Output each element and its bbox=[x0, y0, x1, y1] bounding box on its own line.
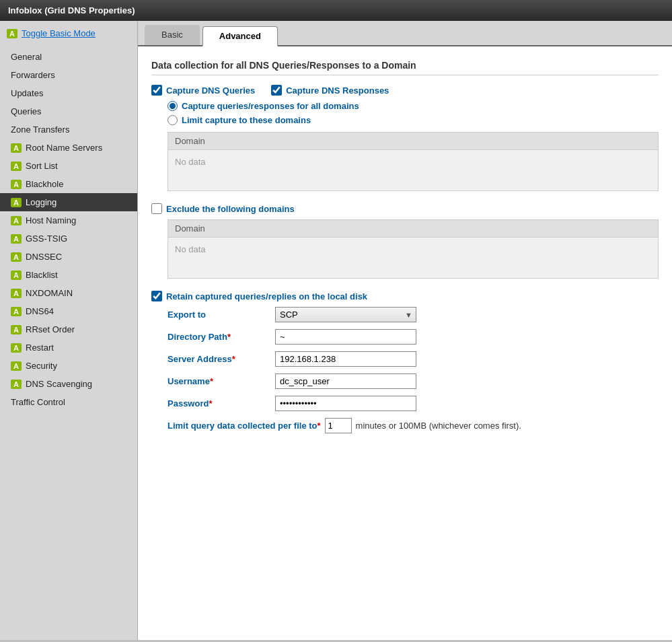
sidebar-label-gss-tsig: GSS-TSIG bbox=[26, 234, 67, 244]
capture-responses-checkbox[interactable] bbox=[271, 85, 282, 96]
sidebar-item-general[interactable]: General bbox=[0, 48, 137, 66]
sidebar-label-general: General bbox=[11, 52, 42, 62]
sidebar-badge-restart: A bbox=[11, 343, 22, 353]
sidebar-badge-nxdomain: A bbox=[11, 289, 22, 298]
capture-checkboxes-row: Capture DNS Queries Capture DNS Response… bbox=[151, 85, 659, 96]
sidebar-label-updates: Updates bbox=[11, 88, 43, 98]
password-label: Password* bbox=[167, 398, 275, 408]
sidebar-item-logging[interactable]: ALogging bbox=[0, 193, 137, 211]
retain-section: Retain captured queries/replies on the l… bbox=[151, 291, 659, 433]
limit-query-required: * bbox=[318, 421, 321, 431]
sidebar-badge-rrset-order: A bbox=[11, 325, 22, 334]
sidebar-badge-logging: A bbox=[11, 198, 22, 207]
sidebar-item-zone-transfers[interactable]: Zone Transfers bbox=[0, 120, 137, 139]
username-input[interactable] bbox=[275, 373, 416, 389]
sidebar-item-dns64[interactable]: ADNS64 bbox=[0, 302, 137, 320]
capture-responses-label: Capture DNS Responses bbox=[286, 85, 389, 96]
sidebar-item-security[interactable]: ASecurity bbox=[0, 357, 137, 375]
sidebar-label-restart: Restart bbox=[26, 343, 54, 353]
sidebar-badge-dns64: A bbox=[11, 307, 22, 316]
sidebar-item-blacklist[interactable]: ABlacklist bbox=[0, 266, 137, 284]
sidebar-badge-sort-list: A bbox=[11, 162, 22, 171]
sidebar-item-root-name-servers[interactable]: ARoot Name Servers bbox=[0, 139, 137, 157]
toggle-basic-mode-row: A Toggle Basic Mode bbox=[0, 24, 137, 42]
sidebar-label-security: Security bbox=[26, 361, 57, 371]
directory-path-required: * bbox=[227, 332, 231, 342]
toggle-basic-mode-link[interactable]: Toggle Basic Mode bbox=[22, 28, 96, 38]
capture-all-label: Capture queries/responses for all domain… bbox=[182, 101, 359, 111]
sidebar-label-dns-scavenging: DNS Scavenging bbox=[26, 379, 92, 389]
sidebar-label-nxdomain: NXDOMAIN bbox=[26, 288, 73, 298]
retain-checkbox-row: Retain captured queries/replies on the l… bbox=[151, 291, 659, 301]
password-input[interactable] bbox=[275, 396, 416, 411]
sidebar-badge-security: A bbox=[11, 361, 22, 371]
no-data-text-2: No data bbox=[175, 244, 206, 254]
radio-limit-domains-row: Limit capture to these domains bbox=[167, 115, 659, 125]
username-row: Username* bbox=[167, 373, 659, 389]
no-data-text-1: No data bbox=[175, 157, 206, 167]
password-required: * bbox=[209, 398, 212, 408]
exclude-section: Exclude the following domains Domain No … bbox=[151, 203, 659, 279]
sidebar-item-queries[interactable]: Queries bbox=[0, 102, 137, 120]
capture-queries-checkbox[interactable] bbox=[151, 85, 162, 96]
sidebar-item-dnssec[interactable]: ADNSSEC bbox=[0, 248, 137, 266]
sidebar-label-dns64: DNS64 bbox=[26, 306, 54, 316]
sidebar-badge-dns-scavenging: A bbox=[11, 380, 22, 389]
sidebar-label-forwarders: Forwarders bbox=[11, 70, 55, 80]
limit-query-input[interactable] bbox=[325, 418, 352, 433]
window-title: Infoblox (Grid DNS Properties) bbox=[8, 5, 135, 15]
sidebar-label-logging: Logging bbox=[26, 197, 57, 207]
domain-table-1-header: Domain bbox=[168, 133, 658, 150]
sidebar-item-gss-tsig[interactable]: AGSS-TSIG bbox=[0, 229, 137, 248]
sidebar-item-restart[interactable]: ARestart bbox=[0, 338, 137, 357]
server-address-label: Server Address* bbox=[167, 354, 275, 364]
sidebar-item-host-naming[interactable]: AHost Naming bbox=[0, 211, 137, 229]
server-address-input[interactable] bbox=[275, 351, 416, 367]
sidebar-item-nxdomain[interactable]: ANXDOMAIN bbox=[0, 284, 137, 302]
exclude-checkbox-row: Exclude the following domains bbox=[151, 203, 659, 214]
capture-radio-group: Capture queries/responses for all domain… bbox=[167, 101, 659, 125]
exclude-domains-label: Exclude the following domains bbox=[166, 204, 295, 214]
sidebar-item-dns-scavenging[interactable]: ADNS Scavenging bbox=[0, 375, 137, 393]
limit-query-label: Limit query data collected per file to* bbox=[167, 421, 321, 431]
sidebar-item-blackhole[interactable]: ABlackhole bbox=[0, 175, 137, 193]
sidebar-item-updates[interactable]: Updates bbox=[0, 84, 137, 102]
toggle-a-badge: A bbox=[7, 29, 17, 38]
sidebar-item-traffic-control[interactable]: Traffic Control bbox=[0, 393, 137, 411]
section-title: Data collection for all DNS Queries/Resp… bbox=[151, 60, 659, 75]
sidebar-item-rrset-order[interactable]: ARRset Order bbox=[0, 320, 137, 338]
tab-bar: Basic Advanced bbox=[138, 21, 672, 46]
limit-capture-label: Limit capture to these domains bbox=[182, 115, 311, 125]
password-row: Password* bbox=[167, 396, 659, 411]
directory-path-input[interactable] bbox=[275, 329, 416, 345]
capture-all-radio[interactable] bbox=[167, 101, 178, 111]
sidebar-badge-host-naming: A bbox=[11, 216, 22, 225]
sidebar-badge-blacklist: A bbox=[11, 271, 22, 280]
content-area: Basic Advanced Data collection for all D… bbox=[138, 21, 672, 640]
retain-captured-checkbox[interactable] bbox=[151, 291, 162, 301]
domain-table-1-body: No data bbox=[168, 150, 658, 190]
exclude-domains-checkbox[interactable] bbox=[151, 203, 162, 214]
directory-path-row: Directory Path* bbox=[167, 329, 659, 345]
domain-table-2-header: Domain bbox=[168, 220, 658, 238]
export-to-row: Export to SCP FTP TFTP ▼ bbox=[167, 307, 659, 322]
server-address-required: * bbox=[232, 354, 235, 364]
sidebar-badge-gss-tsig: A bbox=[11, 234, 22, 244]
sidebar-item-forwarders[interactable]: Forwarders bbox=[0, 66, 137, 84]
server-address-row: Server Address* bbox=[167, 351, 659, 367]
capture-queries-label: Capture DNS Queries bbox=[166, 85, 255, 96]
sidebar-item-sort-list[interactable]: ASort List bbox=[0, 157, 137, 175]
sidebar-badge-blackhole: A bbox=[11, 180, 22, 189]
sidebar-label-rrset-order: RRset Order bbox=[26, 324, 75, 334]
tab-advanced[interactable]: Advanced bbox=[202, 26, 278, 46]
export-to-select[interactable]: SCP FTP TFTP bbox=[275, 307, 416, 322]
tab-basic[interactable]: Basic bbox=[145, 25, 200, 45]
domain-table-2-body: No data bbox=[168, 238, 658, 278]
export-to-select-wrapper: SCP FTP TFTP ▼ bbox=[275, 307, 416, 322]
username-label: Username* bbox=[167, 376, 275, 386]
limit-query-suffix: minutes or 100MB (whichever comes first)… bbox=[356, 421, 521, 431]
sidebar-items-container: GeneralForwardersUpdatesQueriesZone Tran… bbox=[0, 48, 137, 411]
content-body: Data collection for all DNS Queries/Resp… bbox=[138, 46, 672, 640]
limit-capture-radio[interactable] bbox=[167, 115, 178, 125]
sidebar-label-zone-transfers: Zone Transfers bbox=[11, 124, 69, 135]
